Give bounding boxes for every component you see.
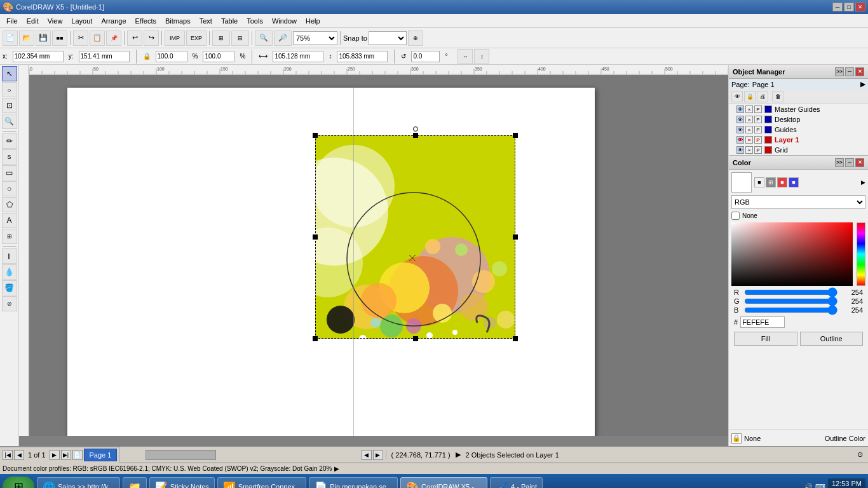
h-scrollbar-thumb[interactable] <box>146 450 216 460</box>
r-slider[interactable] <box>744 288 838 296</box>
table-tool-button[interactable]: ⊞ <box>2 229 17 244</box>
handle-top-mid[interactable] <box>413 133 418 138</box>
taskbar-item-sains[interactable]: 🌐 Sains >> http://k... <box>37 477 120 488</box>
crop-tool-button[interactable]: ⊡ <box>2 98 17 113</box>
new-button[interactable]: 📄 <box>3 30 18 46</box>
scroll-left-button[interactable]: ◀ <box>362 450 372 460</box>
menu-view[interactable]: View <box>44 16 67 26</box>
maximize-button[interactable]: □ <box>844 3 854 11</box>
freehand-tool-button[interactable]: ✏ <box>2 133 17 149</box>
hue-slider[interactable] <box>857 222 865 286</box>
width-mm-input[interactable] <box>273 51 323 62</box>
paste-button[interactable]: 📌 <box>106 30 121 46</box>
drawing-canvas[interactable] <box>29 75 728 436</box>
color-opt-2[interactable]: ⊞ <box>766 177 776 187</box>
scroll-right-button[interactable]: ▶ <box>373 450 383 460</box>
artwork-container[interactable] <box>315 135 515 339</box>
color-picker[interactable] <box>731 222 865 286</box>
obj-layer-btn-3[interactable]: 🖨 <box>757 91 768 102</box>
parallel-tool-button[interactable]: ∥ <box>2 248 17 264</box>
color-opt-3[interactable]: ■ <box>777 177 787 187</box>
fill-tool-button[interactable]: 🪣 <box>2 280 17 295</box>
handle-bot-right[interactable] <box>513 336 518 341</box>
h-scrollbar[interactable] <box>121 450 357 460</box>
obj-layer-desktop[interactable]: 👁 × P Desktop <box>729 114 868 125</box>
select-tool-button[interactable]: ↖ <box>2 66 17 81</box>
color-model-select[interactable]: RGB CMYK HSB <box>731 195 865 209</box>
taskbar-item-sticky[interactable]: 📝 Sticky Notes <box>149 477 215 488</box>
obj-manager-min-button[interactable]: ─ <box>845 67 854 76</box>
menu-text[interactable]: Text <box>196 16 216 26</box>
menu-edit[interactable]: Edit <box>23 16 43 26</box>
text-tool-button[interactable]: A <box>2 213 17 228</box>
color-none-checkbox[interactable] <box>731 212 740 220</box>
outline-tool-button[interactable]: ⊘ <box>2 296 17 311</box>
snap-icon[interactable]: ⊕ <box>408 30 423 46</box>
color-gradient-area[interactable] <box>731 222 853 286</box>
color-opt-1[interactable]: ■ <box>754 177 764 187</box>
align-button[interactable]: ⊟ <box>231 30 249 46</box>
zoom-select[interactable]: 75% 50% 100% <box>293 31 337 45</box>
clock[interactable]: 12:53 PM 7/29/2012 <box>828 478 865 488</box>
redo-button[interactable]: ↪ <box>144 30 159 46</box>
page-last-button[interactable]: ▶| <box>61 450 71 460</box>
page-first-button[interactable]: |◀ <box>3 450 13 460</box>
canvas-container[interactable]: // ruler marks drawn via JS below 050100… <box>19 65 728 446</box>
handle-mid-left[interactable] <box>313 234 318 240</box>
menu-tools[interactable]: Tools <box>243 16 267 26</box>
x-input[interactable] <box>13 51 64 62</box>
obj-layer-btn-2[interactable]: 🔒 <box>744 91 756 102</box>
page-tab-1[interactable]: Page 1 <box>84 449 118 461</box>
handle-bot-mid[interactable] <box>413 336 418 341</box>
eyedropper-tool-button[interactable]: 💧 <box>2 264 17 280</box>
g-slider[interactable] <box>744 297 838 305</box>
close-button[interactable]: ✕ <box>855 3 865 11</box>
menu-window[interactable]: Window <box>268 16 301 26</box>
hex-input[interactable] <box>740 316 785 328</box>
handle-bot-left[interactable] <box>313 336 318 341</box>
print-button[interactable]: ■■ <box>52 30 67 46</box>
obj-layer-guides[interactable]: 👁 × P Guides <box>729 125 868 135</box>
menu-arrange[interactable]: Arrange <box>97 16 130 26</box>
rect-tool-button[interactable]: ▭ <box>2 165 17 180</box>
mirror-v-button[interactable]: ↕ <box>474 49 489 64</box>
save-button[interactable]: 💾 <box>36 30 51 46</box>
obj-manager-close-button[interactable]: ✕ <box>855 67 864 76</box>
width-input[interactable] <box>156 51 187 62</box>
rotation-input[interactable] <box>411 51 440 62</box>
zoom-out-button[interactable]: 🔎 <box>274 30 292 46</box>
obj-layer-layer1[interactable]: 👁 × P Layer 1 <box>729 135 868 145</box>
color-panel-controls[interactable]: >> ─ ✕ <box>835 158 864 167</box>
export-button[interactable]: EXP <box>186 30 207 46</box>
polygon-tool-button[interactable]: ⬠ <box>2 197 17 212</box>
ellipse-tool-button[interactable]: ○ <box>2 181 17 196</box>
open-button[interactable]: 📂 <box>19 30 34 46</box>
outline-button[interactable]: Outline <box>800 332 864 346</box>
menu-effects[interactable]: Effects <box>132 16 160 26</box>
obj-layer-grid[interactable]: 👁 × P Grid <box>729 145 868 155</box>
fill-button[interactable]: Fill <box>734 332 797 346</box>
obj-manager-expand-button[interactable]: >> <box>835 67 844 76</box>
y-input[interactable] <box>79 51 130 62</box>
taskbar-item-word[interactable]: 📄 Pin merupakan se... <box>309 477 398 488</box>
transform-button[interactable]: ⊞ <box>212 30 230 46</box>
taskbar-item-smartfren[interactable]: 📶 Smartfren Connex... <box>217 477 306 488</box>
height-input[interactable] <box>203 51 234 62</box>
color-panel-expand-button[interactable]: >> <box>835 158 844 167</box>
b-slider[interactable] <box>744 306 838 314</box>
color-panel-min-button[interactable]: ─ <box>845 158 854 167</box>
obj-delete-btn[interactable]: 🗑 <box>772 91 783 102</box>
taskbar-item-coreldraw[interactable]: 🎨 CorelDRAW X5 - ... <box>400 477 487 488</box>
smart-tool-button[interactable]: S <box>2 149 17 165</box>
handle-top-right[interactable] <box>513 133 518 138</box>
cut-button[interactable]: ✂ <box>73 30 88 46</box>
undo-button[interactable]: ↩ <box>127 30 142 46</box>
page-add-button[interactable]: 📄 <box>72 450 83 460</box>
mirror-h-button[interactable]: ↔ <box>458 49 473 64</box>
color-opt-4[interactable]: ■ <box>789 177 799 187</box>
menu-help[interactable]: Help <box>302 16 324 26</box>
zoom-tool-button[interactable]: 🔍 <box>2 114 17 129</box>
snap-select[interactable] <box>369 31 407 45</box>
menu-bitmaps[interactable]: Bitmaps <box>161 16 194 26</box>
page-next-button[interactable]: ▶ <box>50 450 60 460</box>
